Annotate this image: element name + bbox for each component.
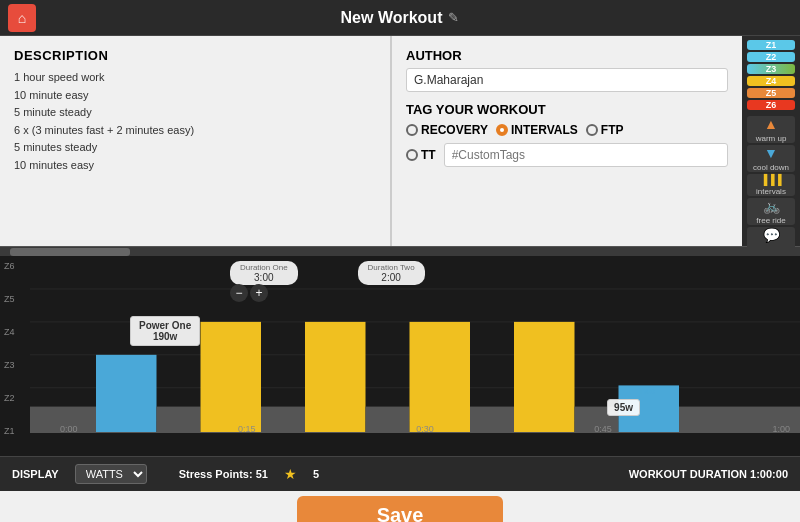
power-one-value: 190w (139, 331, 191, 342)
description-section: DESCRIPTION 1 hour speed work 10 minute … (14, 48, 376, 175)
custom-tags-input[interactable] (444, 143, 728, 167)
tt-row: TT (406, 143, 728, 167)
save-button[interactable]: Save (297, 496, 504, 523)
author-input[interactable] (406, 68, 728, 92)
tag-tt[interactable]: TT (406, 148, 436, 162)
title-bar: ⌂ New Workout ✎ (0, 0, 800, 36)
tag-section: TAG YOUR WORKOUT RECOVERY INTERVALS FTP (406, 102, 728, 167)
zone-z1[interactable]: Z1 (747, 40, 795, 50)
zone-label-z2: Z2 (4, 393, 30, 403)
page-title: New Workout (341, 9, 443, 27)
scrollbar-thumb[interactable] (10, 248, 130, 256)
zone-z2[interactable]: Z2 (747, 52, 795, 62)
bar-z4-3 (410, 322, 471, 433)
desc-line-2: 10 minute easy (14, 87, 376, 105)
workout-duration: WORKOUT DURATION 1:00:00 (629, 468, 788, 480)
tag-heading: TAG YOUR WORKOUT (406, 102, 728, 117)
two-label: Two (638, 386, 655, 396)
power-label: Power One 190w (130, 316, 200, 346)
desc-line-4: 6 x (3 minutes fast + 2 minutes easy) (14, 122, 376, 140)
tag-intervals[interactable]: INTERVALS (496, 123, 578, 137)
star-rating: ★ (284, 466, 297, 482)
tool-intervals[interactable]: ▐▐▐ intervals (747, 174, 795, 196)
minus-button[interactable]: − (230, 284, 248, 302)
duration-two-label: Duration Two (368, 263, 415, 272)
desc-line-1: 1 hour speed work (14, 69, 376, 87)
bottom-controls: DISPLAY WATTS %FTP Stress Points: 51 ★ 5… (0, 456, 800, 491)
desc-line-5: 5 minutes steady (14, 139, 376, 157)
zone-z4[interactable]: Z4 (747, 76, 795, 86)
description-panel: DESCRIPTION 1 hour speed work 10 minute … (0, 36, 390, 246)
intervals-icon: ▐▐▐ (760, 174, 781, 185)
minus-plus: − + (230, 284, 268, 302)
tag-tt-label: TT (421, 148, 436, 162)
zone-labels: Z6 Z5 Z4 Z3 Z2 Z1 (0, 256, 30, 456)
duration-one-value: 3:00 (254, 272, 273, 283)
tag-ftp[interactable]: FTP (586, 123, 624, 137)
cooldown-icon: ▼ (764, 145, 778, 161)
back-icon: ⌂ (18, 10, 26, 26)
zone-label-z4: Z4 (4, 327, 30, 337)
edit-icon[interactable]: ✎ (448, 10, 459, 25)
zone-label-z6: Z6 (4, 261, 30, 271)
tool-cooldown[interactable]: ▼ cool down (747, 145, 795, 172)
tag-recovery-label: RECOVERY (421, 123, 488, 137)
zone-z6[interactable]: Z6 (747, 100, 795, 110)
tag-recovery[interactable]: RECOVERY (406, 123, 488, 137)
warmup-icon: ▲ (764, 116, 778, 132)
desc-line-3: 5 minute steady (14, 104, 376, 122)
tool-warmup[interactable]: ▲ warm up (747, 116, 795, 143)
time-60: 1:00 (772, 424, 790, 434)
radio-intervals (496, 124, 508, 136)
scroll-area[interactable] (0, 246, 800, 256)
tag-options: RECOVERY INTERVALS FTP (406, 123, 728, 137)
description-text: 1 hour speed work 10 minute easy 5 minut… (14, 69, 376, 175)
tool-freeride[interactable]: 🚲 free ride (747, 198, 795, 225)
author-heading: AUTHOR (406, 48, 728, 63)
bar-z4-2 (305, 322, 366, 433)
top-section: DESCRIPTION 1 hour speed work 10 minute … (0, 36, 800, 246)
radio-ftp (586, 124, 598, 136)
duration-one-box: Duration One 3:00 (230, 261, 298, 285)
radio-tt (406, 149, 418, 161)
radio-recovery (406, 124, 418, 136)
save-bar: Save (0, 491, 800, 522)
star-count: 5 (313, 468, 319, 480)
time-15: 0:15 (238, 424, 256, 434)
zone-label-z5: Z5 (4, 294, 30, 304)
bar-z4-4 (514, 322, 575, 433)
display-dropdown[interactable]: WATTS %FTP (75, 464, 147, 484)
freeride-icon: 🚲 (763, 198, 780, 214)
chart-svg-container[interactable]: Duration One 3:00 Duration Two 2:00 − + … (30, 256, 800, 456)
textevent-icon: 💬 (763, 227, 780, 243)
time-30: 0:30 (416, 424, 434, 434)
description-heading: DESCRIPTION (14, 48, 376, 63)
right-panel: AUTHOR TAG YOUR WORKOUT RECOVERY INTERVA… (390, 36, 742, 246)
warmup-label: warm up (756, 134, 787, 143)
duration-one-label: Duration One (240, 263, 288, 272)
back-button[interactable]: ⌂ (8, 4, 36, 32)
freeride-label: free ride (756, 216, 785, 225)
duration-two-box: Duration Two 2:00 (358, 261, 425, 285)
cooldown-label: cool down (753, 163, 789, 172)
zone-z5[interactable]: Z5 (747, 88, 795, 98)
zone-sidebar: Z1 Z2 Z3 Z4 Z5 Z6 ▲ warm up ▼ cool down … (742, 36, 800, 246)
bar-z3-1 (96, 355, 157, 433)
power-label-2: 95w (607, 399, 640, 416)
time-45: 0:45 (594, 424, 612, 434)
bar-z4-1 (201, 322, 262, 433)
duration-labels: Duration One 3:00 Duration Two 2:00 (230, 261, 425, 285)
time-axis: 0:00 0:15 0:30 0:45 1:00 (60, 424, 800, 434)
tag-intervals-label: INTERVALS (511, 123, 578, 137)
duration-two-value: 2:00 (381, 272, 400, 283)
zone-z3[interactable]: Z3 (747, 64, 795, 74)
power-one-label: Power One (139, 320, 191, 331)
plus-button[interactable]: + (250, 284, 268, 302)
desc-line-6: 10 minutes easy (14, 157, 376, 175)
zone-label-z1: Z1 (4, 426, 30, 436)
time-0: 0:00 (60, 424, 78, 434)
display-label: DISPLAY (12, 468, 59, 480)
scrollbar-track (0, 247, 800, 256)
intervals-label: intervals (756, 187, 786, 196)
tag-ftp-label: FTP (601, 123, 624, 137)
